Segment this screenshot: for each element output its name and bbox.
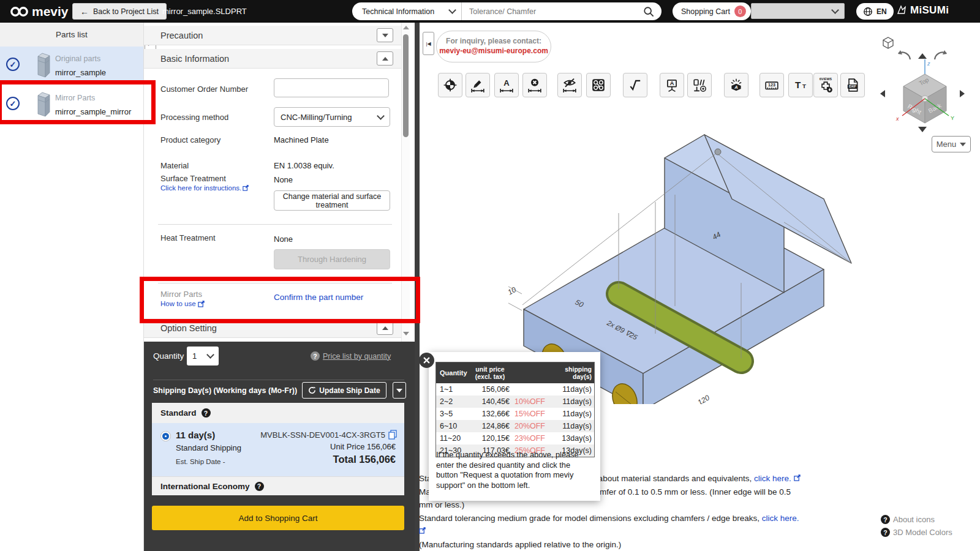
technical-information-select[interactable]: Technical Information [352, 7, 461, 16]
instructions-link[interactable]: Click here for instructions. [160, 184, 249, 192]
six-views-download-button[interactable]: 6VIEWS [813, 73, 838, 97]
processing-method-select[interactable]: CNC-Milling/Turning [274, 107, 390, 127]
divider [158, 283, 392, 283]
annotation-board-button[interactable]: A [660, 73, 684, 97]
close-icon [423, 357, 430, 364]
meviy-logo[interactable]: meviy [9, 3, 69, 20]
misumi-logo[interactable]: MiSUMi [896, 4, 949, 17]
popup-close-button[interactable] [419, 353, 434, 368]
surface-treatment-value: None [274, 175, 293, 184]
panel-scrollbar[interactable] [401, 23, 410, 342]
sidebar-item-original-parts[interactable]: ✓ Original parts mirror_sample [0, 47, 143, 84]
geometric-tolerance-button[interactable] [687, 73, 712, 97]
standard-shipping-option[interactable]: 11 day(s) Standard Shipping Est. Ship Da… [152, 423, 404, 476]
empty-select[interactable] [751, 3, 845, 19]
svg-text:T: T [802, 83, 806, 89]
price-list-link[interactable]: ? Price list by quantity [311, 351, 391, 361]
engraving-button[interactable]: A [724, 73, 748, 97]
standard-shipping-header[interactable]: Standard ? [152, 403, 404, 423]
svg-text:T: T [795, 80, 801, 90]
collapse-viewer-handle[interactable]: |◀ [423, 32, 434, 55]
radio-button[interactable] [160, 431, 171, 441]
confirm-part-number-link[interactable]: Confirm the part number [274, 293, 363, 302]
collapse-button[interactable] [377, 321, 393, 335]
surface-finish-button[interactable] [623, 73, 647, 97]
expand-button[interactable] [377, 28, 393, 42]
part-name: mirror_sample [55, 68, 106, 77]
search-icon[interactable] [643, 6, 654, 17]
svg-text:A: A [734, 84, 738, 90]
hide-dimension-button[interactable] [557, 73, 582, 97]
svg-text:A: A [503, 78, 510, 88]
meviy-logo-text: meviy [32, 4, 69, 19]
section-basic-information[interactable]: Basic Information [144, 49, 401, 69]
annotation-board-icon: A [665, 78, 679, 92]
copy-icon[interactable] [388, 430, 397, 440]
section-option-setting[interactable]: Option Setting [144, 318, 401, 338]
price-table: Quantity unit price(excl. tax) shippingd… [435, 362, 595, 457]
scroll-up-arrow[interactable] [403, 26, 409, 29]
cube-mode-icon[interactable] [881, 36, 895, 50]
heat-treatment-value: None [274, 234, 293, 244]
language-button[interactable]: EN [856, 3, 894, 20]
chevron-down-icon [831, 6, 839, 14]
dxf-export-button[interactable]: DXF [840, 73, 865, 97]
view-cube[interactable]: z Top Right Back x Y [891, 57, 959, 137]
how-to-use-link[interactable]: How to use [160, 300, 205, 307]
delete-dimension-button[interactable] [522, 73, 547, 97]
measure-button[interactable]: 123 [760, 73, 784, 97]
quantity-label: Quantity [153, 351, 184, 361]
sidebar-item-mirror-parts[interactable]: ✓ Mirror Parts mirror_sample_mirror [0, 86, 143, 122]
quantity-select[interactable]: 1 [187, 347, 219, 365]
customer-order-label: Customer Order Number [160, 84, 248, 94]
inquiry-bubble: For inquiry, please contact: meviy-eu@mi… [436, 31, 551, 62]
model-colors-link[interactable]: ? 3D Model Colors [881, 528, 952, 537]
section-title: Precaution [160, 31, 203, 40]
add-dimension-button[interactable] [466, 73, 490, 97]
shipping-options-dropdown-button[interactable] [393, 382, 406, 399]
dimension-text-button[interactable]: A [494, 73, 519, 97]
language-label: EN [876, 7, 887, 16]
datum-target-button[interactable] [438, 73, 462, 97]
rotate-left-arrow[interactable] [880, 90, 885, 97]
add-to-shopping-cart-button[interactable]: Add to Shopping Cart [152, 506, 404, 530]
divider [158, 224, 392, 225]
customer-order-input[interactable] [274, 78, 389, 97]
scrollbar-thumb[interactable] [403, 34, 409, 137]
search-input[interactable] [462, 7, 643, 16]
scroll-down-arrow[interactable] [403, 332, 409, 335]
section-precaution[interactable]: Precaution [144, 26, 401, 45]
question-icon: ? [255, 482, 264, 491]
processing-method-label: Processing method [160, 113, 228, 122]
shopping-cart-button[interactable]: Shopping Cart 0 [673, 2, 751, 20]
back-to-project-list-button[interactable]: ← Back to Project List [72, 3, 167, 20]
order-panel: Quantity 1 ? Price list by quantity Ship… [144, 342, 415, 551]
price-row: 3~5132,66€15%OFF11day(s) [436, 408, 594, 420]
triangle-up-icon [382, 326, 388, 330]
shipping-days-label: Shipping Day(s) (Working days (Mo-Fr)) [153, 386, 297, 395]
svg-text:6VIEWS: 6VIEWS [820, 77, 832, 81]
svg-text:123: 123 [768, 83, 775, 88]
collapse-button[interactable] [377, 51, 393, 66]
misumi-logo-text: MiSUMi [910, 4, 949, 17]
update-ship-date-button[interactable]: Update Ship Date [302, 382, 386, 399]
question-icon: ? [202, 408, 211, 418]
viewer-menu-button[interactable]: Menu [932, 136, 971, 152]
six-views-icon: 6VIEWS [818, 77, 834, 93]
svg-text:z: z [927, 61, 930, 67]
mirror-parts-label: Mirror Parts [160, 290, 202, 299]
note-tolerancing: Standard tolerancing medium grade for mo… [419, 512, 802, 538]
chevron-down-icon [377, 112, 385, 120]
note-origin: (Manufacturing standards applied relativ… [419, 538, 802, 551]
inquiry-email[interactable]: meviy-eu@misumi-europe.com [437, 47, 551, 55]
rotate-right-arrow[interactable] [960, 90, 965, 97]
dim-10: 10 [508, 285, 518, 297]
price-row: 11~20120,15€23%OFF13day(s) [436, 432, 594, 444]
change-material-button[interactable]: Change material and surface treatment [274, 190, 390, 211]
hole-pattern-button[interactable] [586, 73, 611, 97]
about-icons-link[interactable]: ? About icons [881, 515, 935, 524]
text-size-button[interactable]: T T [788, 73, 813, 97]
international-economy-header[interactable]: International Economy ? [152, 476, 404, 495]
material-standards-link[interactable]: click here. [754, 474, 801, 483]
through-hardening-button[interactable]: Through Hardening [274, 249, 390, 269]
